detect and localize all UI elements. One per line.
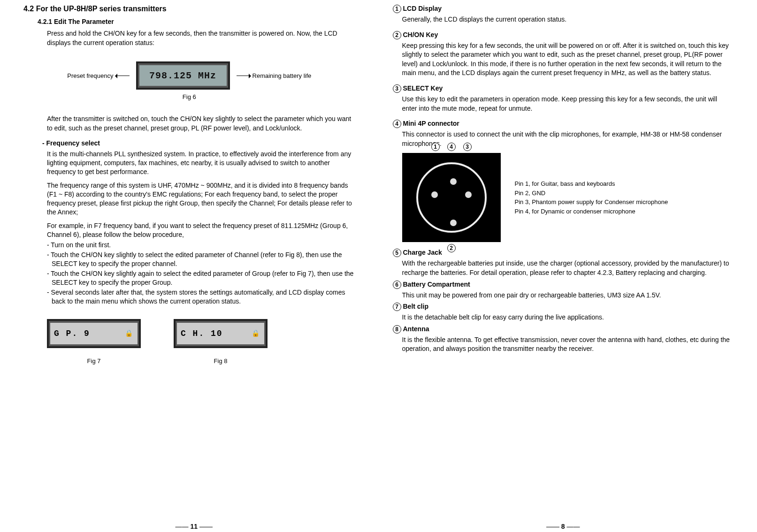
pin-2-icon xyxy=(450,220,457,226)
top-callouts: 1 4 3 xyxy=(402,143,501,151)
lock-icon: 🔒 xyxy=(252,329,260,337)
item-6-body: This unit may be powered from one pair d… xyxy=(402,291,734,300)
page-number-left: 11 xyxy=(9,523,379,530)
proc-step: - Touch the CH/ON key slightly to select… xyxy=(47,251,355,268)
item-2-title: CH/ON Key xyxy=(403,31,438,38)
lock-icon: 🔒 xyxy=(125,329,134,337)
proc-step: - Touch the CH/ON key slightly again to … xyxy=(47,269,355,287)
item-4-title: Mini 4P connector xyxy=(403,120,459,127)
item-5-body: With the rechargeable batteries put insi… xyxy=(402,259,734,277)
callout-3-icon: 3 xyxy=(463,143,472,151)
pin1-desc: Pin 1, for Guitar, bass and keyboards xyxy=(515,179,668,189)
callout-4-icon: 4 xyxy=(447,143,456,151)
section-heading: 4.2 For the UP-8H/8P series transmitters xyxy=(23,5,355,13)
circled-7-icon: 7 xyxy=(393,303,401,311)
figure-8: C H. 10 🔒 Fig 8 xyxy=(174,319,268,365)
pin2-desc: Pin 2, GND xyxy=(515,189,668,198)
item-1-body: Generally, the LCD displays the current … xyxy=(402,15,734,24)
figure-6: Preset frequency 798.125 MHz Remaining b… xyxy=(23,61,355,90)
procedure-list: - Turn on the unit first. - Touch the CH… xyxy=(47,241,355,305)
right-page: 1 LCD Display Generally, the LCD display… xyxy=(379,5,748,527)
item-6-title: Battery Compartment xyxy=(403,281,470,288)
callout-2-icon: 2 xyxy=(447,244,456,252)
lcd-display-fig6: 798.125 MHz xyxy=(136,61,230,90)
battery-life-label: Remaining battery life xyxy=(237,72,312,79)
fig7-caption: Fig 7 xyxy=(47,357,141,365)
item-8-body: It is the flexible antenna. To get effec… xyxy=(402,335,734,354)
pin-3-icon xyxy=(465,191,472,198)
pin-1-icon xyxy=(431,191,438,198)
item-7-body: It is the detachable belt clip for easy … xyxy=(402,313,734,322)
circled-6-icon: 6 xyxy=(393,281,401,289)
freq-p1: It is the multi-channels PLL synthesized… xyxy=(47,150,355,176)
freq-p2: The frequency range of this system is UH… xyxy=(47,181,355,217)
item-8: 8 Antenna It is the flexible antenna. To… xyxy=(393,325,734,354)
item-8-title: Antenna xyxy=(403,325,429,333)
arrow-left-icon xyxy=(115,76,130,76)
after-on-text: After the transmitter is switched on, to… xyxy=(47,114,355,133)
connector-diagram xyxy=(402,153,501,242)
item-3: 3 SELECT Key Use this key to edit the pa… xyxy=(393,84,734,113)
callout-1-icon: 1 xyxy=(431,143,440,151)
arrow-right-icon xyxy=(237,76,251,76)
freq-p3: For example, in F7 frequency band, if yo… xyxy=(47,221,355,239)
item-1-title: LCD Display xyxy=(403,5,442,12)
circled-2-icon: 2 xyxy=(393,31,401,39)
intro-text: Press and hold the CH/ON key for a few s… xyxy=(47,29,355,47)
item-7: 7 Belt clip It is the detachable belt cl… xyxy=(393,303,734,322)
subsection-heading: 4.2.1 Edit The Parameter xyxy=(38,18,355,25)
bottom-callout: 2 xyxy=(402,244,501,252)
fig6-caption: Fig 6 xyxy=(23,93,355,100)
item-5: 5 Charge Jack With the rechargeable batt… xyxy=(393,249,734,277)
figures-7-8: G P. 9 🔒 Fig 7 C H. 10 🔒 Fig 8 xyxy=(47,319,355,365)
circled-1-icon: 1 xyxy=(393,5,401,13)
pin4-desc: Pin 4, for Dynamic or condenser micropho… xyxy=(515,207,668,216)
figure-7: G P. 9 🔒 Fig 7 xyxy=(47,319,141,365)
item-3-body: Use this key to edit the parameters in o… xyxy=(402,95,734,113)
pin-descriptions: Pin 1, for Guitar, bass and keyboards Pi… xyxy=(515,179,668,216)
item-1: 1 LCD Display Generally, the LCD display… xyxy=(393,5,734,24)
proc-step: - Several seconds later after that, the … xyxy=(47,288,355,306)
frequency-select-heading: - Frequency select xyxy=(42,139,355,147)
fig8-lcd: C H. 10 xyxy=(181,329,223,338)
proc-step: - Turn on the unit first. xyxy=(47,241,355,250)
item-7-title: Belt clip xyxy=(403,303,428,310)
item-6: 6 Battery Compartment This unit may be p… xyxy=(393,281,734,300)
circled-8-icon: 8 xyxy=(393,325,401,334)
page-number-right: 8 xyxy=(379,523,748,530)
pin3-desc: Pin 3, Phantom power supply for Condense… xyxy=(515,198,668,207)
fig8-caption: Fig 8 xyxy=(174,357,268,365)
circled-3-icon: 3 xyxy=(393,84,401,93)
circled-5-icon: 5 xyxy=(393,249,401,257)
pin-4-icon xyxy=(450,178,457,185)
connector-ring-icon xyxy=(416,162,487,233)
fig7-lcd: G P. 9 xyxy=(54,329,90,338)
item-2: 2 CH/ON Key Keep pressing this key for a… xyxy=(393,31,734,78)
left-page: 4.2 For the UP-8H/8P series transmitters… xyxy=(9,5,379,527)
item-2-body: Keep pressing this key for a few seconds… xyxy=(402,41,734,78)
item-3-title: SELECT Key xyxy=(403,84,443,92)
circled-4-icon: 4 xyxy=(393,120,401,128)
preset-frequency-label: Preset frequency xyxy=(67,72,129,79)
lcd-text: 798.125 MHz xyxy=(139,65,227,86)
connector-figure: 1 4 3 2 Pin 1, for Guitar, bass and keyb… xyxy=(402,153,734,242)
